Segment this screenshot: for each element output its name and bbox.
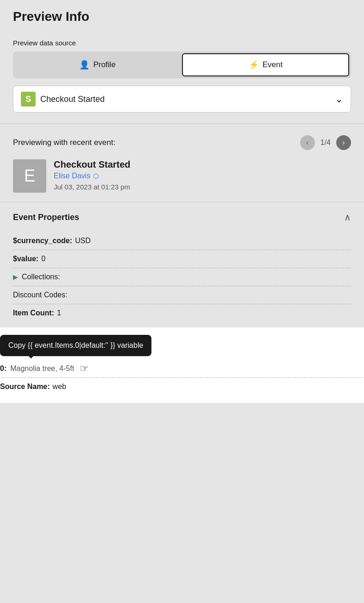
profile-icon: 👤 xyxy=(79,60,89,70)
previewing-header: Previewing with recent event: ‹ 1/4 › xyxy=(13,135,351,150)
event-properties-title: Event Properties xyxy=(13,213,79,222)
event-info: Checkout Started Elise Davis ⬡ Jul 03, 2… xyxy=(54,159,351,191)
prop-value-currency: USD xyxy=(75,237,91,245)
event-toggle-btn[interactable]: ⚡ Event xyxy=(182,53,349,76)
event-date: Jul 03, 2023 at 01:23 pm xyxy=(54,183,351,191)
shopify-icon: S xyxy=(21,92,36,107)
collections-key: Collections: xyxy=(22,273,60,281)
event-icon: ⚡ xyxy=(249,60,259,70)
event-properties-section: Event Properties ∧ $currency_code: USD $… xyxy=(0,202,364,327)
discount-row: Discount Codes: xyxy=(13,286,351,304)
item-row: 0: Magnolia tree, 4-5ft ☞ xyxy=(0,358,364,377)
next-nav-btn[interactable]: › xyxy=(336,135,351,150)
previewing-label: Previewing with recent event: xyxy=(13,138,295,147)
item-index-key: 0: xyxy=(0,364,6,373)
properties-list: $currency_code: USD $value: 0 ▶ Collecti… xyxy=(13,232,351,327)
expand-arrow-icon: ▶ xyxy=(13,273,18,281)
chevron-right-icon: › xyxy=(342,138,345,147)
dropdown-container: S Checkout Started ⌄ xyxy=(13,86,351,113)
property-row: $currency_code: USD xyxy=(13,232,351,250)
user-link[interactable]: Elise Davis xyxy=(54,172,90,180)
tooltip-box: Copy {{ event.Items.0|default:'' }} vari… xyxy=(0,335,151,356)
event-card: E Checkout Started Elise Davis ⬡ Jul 03,… xyxy=(13,159,351,193)
page-title: Preview Info xyxy=(13,9,351,24)
toggle-group: 👤 Profile ⚡ Event xyxy=(13,51,351,78)
prop-key-value: $value: xyxy=(13,255,38,263)
previewing-section: Previewing with recent event: ‹ 1/4 › E … xyxy=(0,124,364,202)
avatar-letter: E xyxy=(24,166,35,186)
prop-value-value: 0 xyxy=(41,255,45,263)
prev-nav-btn[interactable]: ‹ xyxy=(300,135,315,150)
dropdown-label: Checkout Started xyxy=(40,94,330,104)
cursor-hand-icon: ☞ xyxy=(80,363,89,375)
source-name-key: Source Name: xyxy=(0,383,50,391)
item-count-row: Item Count: 1 xyxy=(13,304,351,322)
chevron-left-icon: ‹ xyxy=(306,138,308,147)
section-label: Preview data source xyxy=(0,31,364,51)
event-btn-label: Event xyxy=(263,60,282,69)
svg-text:S: S xyxy=(25,94,31,104)
page-indicator: 1/4 xyxy=(320,138,331,147)
event-name: Checkout Started xyxy=(54,159,351,170)
tooltip-area: Copy {{ event.Items.0|default:'' }} vari… xyxy=(0,327,364,403)
source-row: Source Name: web xyxy=(0,377,364,396)
chevron-down-icon: ⌄ xyxy=(335,93,343,105)
event-properties-header[interactable]: Event Properties ∧ xyxy=(13,202,351,232)
avatar: E xyxy=(13,159,46,193)
property-row-value: $value: 0 xyxy=(13,250,351,268)
item-count-value: 1 xyxy=(57,309,61,317)
profile-btn-label: Profile xyxy=(93,60,115,69)
profile-toggle-btn[interactable]: 👤 Profile xyxy=(15,53,180,76)
event-user: Elise Davis ⬡ xyxy=(54,172,351,180)
collections-row: ▶ Collections: xyxy=(13,268,351,286)
discount-key: Discount Codes: xyxy=(13,291,67,299)
source-name-value: web xyxy=(53,383,66,391)
item-index-value: Magnolia tree, 4-5ft xyxy=(10,364,74,373)
external-link-icon: ⬡ xyxy=(93,172,99,180)
item-count-key: Item Count: xyxy=(13,309,54,317)
collapse-icon: ∧ xyxy=(344,212,351,223)
prop-key-currency: $currency_code: xyxy=(13,237,72,245)
event-dropdown[interactable]: S Checkout Started ⌄ xyxy=(13,86,351,113)
page-container: Preview Info Preview data source 👤 Profi… xyxy=(0,0,364,603)
header: Preview Info xyxy=(0,0,364,31)
tooltip-container: Copy {{ event.Items.0|default:'' }} vari… xyxy=(0,335,364,358)
